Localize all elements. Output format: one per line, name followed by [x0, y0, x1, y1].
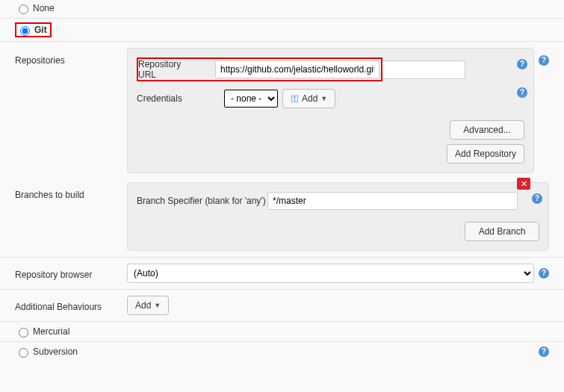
scm-git-label: Git [34, 25, 47, 35]
advanced-button[interactable]: Advanced... [450, 120, 524, 140]
scm-radio-subversion[interactable] [19, 348, 28, 358]
caret-down-icon: ▼ [154, 302, 161, 309]
repo-browser-select[interactable]: (Auto) [127, 264, 534, 283]
add-branch-button[interactable]: Add Branch [465, 222, 539, 241]
branches-panel: ✕ ? Branch Specifier (blank for 'any') A… [127, 182, 549, 251]
scm-none-label: None [33, 3, 55, 13]
scm-radio-git[interactable] [20, 26, 30, 36]
scm-mercurial-label: Mercurial [33, 326, 69, 337]
branch-specifier-label: Branch Specifier (blank for 'any') [137, 196, 267, 206]
repo-url-input[interactable] [215, 60, 379, 78]
help-icon[interactable]: ? [532, 193, 542, 204]
repo-url-label: Repository URL [138, 59, 215, 80]
help-icon[interactable]: ? [539, 268, 549, 279]
credentials-label: Credentials [137, 93, 224, 104]
add-repository-button[interactable]: Add Repository [447, 144, 524, 164]
help-icon[interactable]: ? [539, 346, 549, 357]
help-icon[interactable]: ? [517, 87, 527, 98]
branches-label: Branches to build [15, 182, 127, 251]
repo-url-input-ext[interactable] [382, 60, 465, 79]
help-icon[interactable]: ? [539, 55, 549, 66]
caret-down-icon: ▼ [320, 95, 327, 102]
add-credentials-button[interactable]: ⚿ Add ▼ [282, 89, 335, 108]
scm-radio-mercurial[interactable] [19, 328, 28, 337]
help-icon[interactable]: ? [517, 59, 527, 69]
add-behaviour-button[interactable]: Add ▼ [127, 296, 169, 315]
key-icon: ⚿ [291, 94, 299, 103]
branch-specifier-input[interactable] [267, 192, 518, 210]
repo-browser-label: Repository browser [15, 267, 127, 280]
repositories-label: Repositories [15, 48, 127, 173]
credentials-select[interactable]: - none - [224, 90, 278, 108]
close-icon[interactable]: ✕ [517, 178, 530, 190]
scm-radio-none[interactable] [19, 4, 28, 14]
additional-behaviours-label: Additional Behaviours [15, 299, 127, 312]
repositories-panel: ? ? Repository URL Credentials - none - … [127, 48, 534, 173]
scm-subversion-label: Subversion [33, 346, 78, 357]
